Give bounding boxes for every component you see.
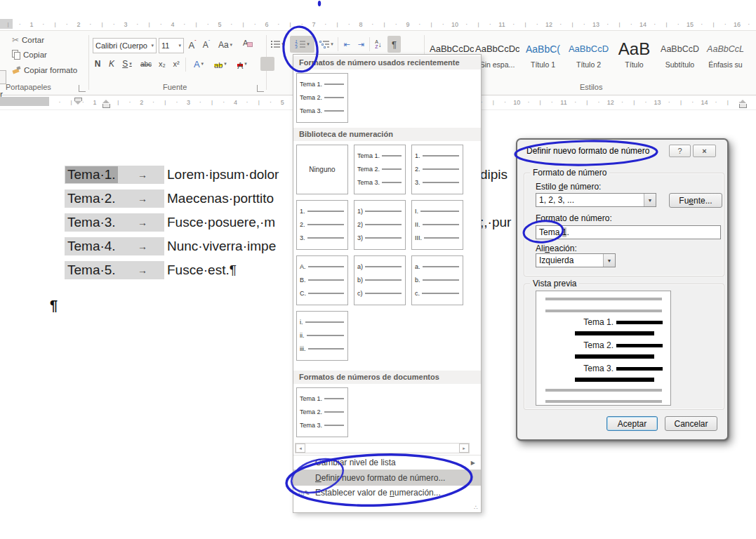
text-effects-button[interactable]: A▾ xyxy=(190,58,208,70)
align-left-button[interactable] xyxy=(260,57,274,71)
cancel-button[interactable]: Cancelar xyxy=(665,416,717,431)
close-button[interactable]: × xyxy=(693,145,716,157)
format-painter-button[interactable]: Copiar formato xyxy=(12,65,77,74)
shrink-font-button[interactable]: Aˇ xyxy=(201,39,212,51)
ruler-tick: · xyxy=(270,97,272,107)
ruler-tick: · xyxy=(207,19,209,29)
option-row: I. xyxy=(415,204,460,218)
paste-button-fragment[interactable] xyxy=(0,70,6,84)
numbering-option[interactable]: Tema 1.Tema 2.Tema 3. xyxy=(354,145,406,194)
gallery-scrollbar[interactable]: ◂ ▸ xyxy=(295,443,470,453)
font-color-icon: A xyxy=(237,61,243,67)
italic-button[interactable]: K xyxy=(107,58,117,70)
underline-button[interactable]: S▾ xyxy=(119,58,135,70)
clear-formatting-button[interactable]: A xyxy=(243,39,253,48)
change-case-button[interactable]: Aa▾ xyxy=(216,39,234,51)
ruler-tick: | xyxy=(117,98,119,107)
number-format-input[interactable]: Tema 1. xyxy=(536,225,721,239)
chevron-down-icon[interactable]: ▼ xyxy=(603,254,615,267)
ruler-number: 13 xyxy=(592,20,599,29)
font-name-combo[interactable]: Calibri (Cuerpo ▾ xyxy=(93,38,157,53)
ruler-tick: · xyxy=(724,19,727,29)
menu-item-define-new-number-format[interactable]: Definir nuevo formato de número... xyxy=(293,470,481,486)
highlight-icon: ab xyxy=(214,61,223,67)
number-style-combo[interactable]: 1, 2, 3, ... ▼ xyxy=(536,193,656,207)
option-text: a) xyxy=(357,263,363,270)
ruler-number: 4 xyxy=(171,20,174,29)
bullets-button[interactable]: ▾ xyxy=(269,37,286,51)
decrease-indent-button[interactable]: ⇤ xyxy=(340,37,353,51)
option-text: Tema 2. xyxy=(357,166,380,173)
list-number-field[interactable]: Tema·3.→ xyxy=(65,213,164,232)
sort-button[interactable]: AZ ↓ xyxy=(371,36,385,52)
resize-grip-icon[interactable]: ∴ xyxy=(474,504,478,511)
strikethrough-button[interactable]: abc xyxy=(138,58,154,70)
grow-font-button[interactable]: Aˆ xyxy=(187,39,198,51)
numbering-option[interactable]: Ninguno xyxy=(296,145,348,194)
numbering-option[interactable]: A.B.C. xyxy=(296,255,348,305)
subscript-button[interactable]: x₂ xyxy=(156,58,168,70)
style-label: Énfasis su xyxy=(703,60,748,69)
font-color-button[interactable]: A▾ xyxy=(233,58,251,70)
numbering-option[interactable]: i.ii.iii. xyxy=(296,311,348,361)
numbering-button[interactable]: 1 2 3 ▾ xyxy=(290,36,314,53)
clipboard-group-label: Portapapeles xyxy=(6,83,51,91)
ruler-number: 9 xyxy=(406,20,409,29)
multilevel-list-button[interactable]: ▾ xyxy=(317,37,336,51)
numbering-option[interactable]: a)b)c) xyxy=(354,255,406,305)
style-card[interactable]: AaBbCcDSubtítulo xyxy=(658,38,702,72)
mini-separator xyxy=(369,37,370,51)
show-marks-button[interactable]: ¶ xyxy=(387,36,401,53)
list-number-field[interactable]: Tema·4.→ xyxy=(65,237,164,255)
document-numbering-option[interactable]: Tema 1. Tema 2. Tema 3. xyxy=(296,387,348,437)
list-number-field[interactable]: Tema·1.→ xyxy=(65,166,164,184)
font-button[interactable]: Fuente... xyxy=(669,193,722,208)
ruler-tick: | xyxy=(540,98,541,107)
style-card[interactable]: AaBbCcLÉnfasis su xyxy=(703,38,748,72)
ruler-tick: | xyxy=(430,20,432,29)
numbering-option[interactable]: 1.2.3. xyxy=(296,200,348,250)
menu-item-change-list-level[interactable]: Cambiar nivel de lista ▶ xyxy=(293,455,481,470)
option-text: Tema 3. xyxy=(357,179,380,186)
chevron-down-icon[interactable]: ▼ xyxy=(644,194,656,206)
increase-indent-button[interactable]: ⇥ xyxy=(354,37,367,51)
text-highlight-button[interactable]: ab▾ xyxy=(211,58,230,70)
ruler-number: 10 xyxy=(451,20,458,29)
ruler-tick: | xyxy=(164,98,166,107)
style-card[interactable]: AaBbC(Título 1 xyxy=(521,38,565,72)
font-size-combo[interactable]: 11 ▾ xyxy=(159,38,184,53)
ruler-tick: · xyxy=(748,19,750,29)
align-center-button[interactable] xyxy=(276,57,290,71)
font-dialog-launcher-icon[interactable] xyxy=(257,85,264,92)
style-card[interactable]: AaBbCcDcSin espa... xyxy=(475,38,519,72)
help-button[interactable]: ? xyxy=(669,145,691,157)
numbering-option[interactable]: a.b.c. xyxy=(411,255,463,305)
cut-button[interactable]: ✂ Cortar xyxy=(12,35,44,45)
numbering-option[interactable]: 1.2.3. xyxy=(411,145,463,194)
numbering-option[interactable]: I.II.III. xyxy=(411,200,463,250)
numbering-library-header: Biblioteca de numeración xyxy=(293,128,481,141)
style-sample: AaBbCcDc xyxy=(475,38,519,59)
ruler-tick: · xyxy=(527,97,529,107)
copy-label: Copiar xyxy=(23,51,47,59)
superscript-button[interactable]: x² xyxy=(170,58,183,70)
alignment-combo[interactable]: Izquierda ▼ xyxy=(536,253,616,267)
list-number-field[interactable]: Tema·2.→ xyxy=(65,189,164,208)
list-number-field[interactable]: Tema·5.→ xyxy=(65,261,164,279)
scroll-left-icon[interactable]: ◂ xyxy=(296,444,305,453)
clipboard-dialog-launcher-icon[interactable] xyxy=(79,85,86,92)
scroll-right-icon[interactable]: ▸ xyxy=(459,444,469,453)
numbering-option[interactable]: 1)2)3) xyxy=(354,200,406,250)
define-number-format-dialog: Definir nuevo formato de número ? × Form… xyxy=(516,138,729,441)
horizontal-ruler-top[interactable]: |··|·1·|·2·|·3·|·4·|·5·|·6·|·7·|·8·|·9·|… xyxy=(0,19,756,30)
recent-numbering-option[interactable]: Tema 1. Tema 2. Tema 3. xyxy=(296,73,348,123)
style-card[interactable]: AaBbCcDTítulo 2 xyxy=(566,38,611,72)
style-card[interactable]: AaBTítulo xyxy=(612,38,656,72)
bold-button[interactable]: N xyxy=(92,58,103,70)
line-text: Lorem·ipsum·dolor xyxy=(167,167,279,182)
ok-button[interactable]: Aceptar xyxy=(606,416,658,431)
copy-button[interactable]: Copiar xyxy=(12,50,47,59)
menu-item-set-numbering-value[interactable]: 123✎ Establecer valor de numeración... xyxy=(293,486,481,500)
line-text: Fusce·posuere,·m xyxy=(167,215,275,230)
first-line-indent-marker[interactable] xyxy=(74,98,82,101)
